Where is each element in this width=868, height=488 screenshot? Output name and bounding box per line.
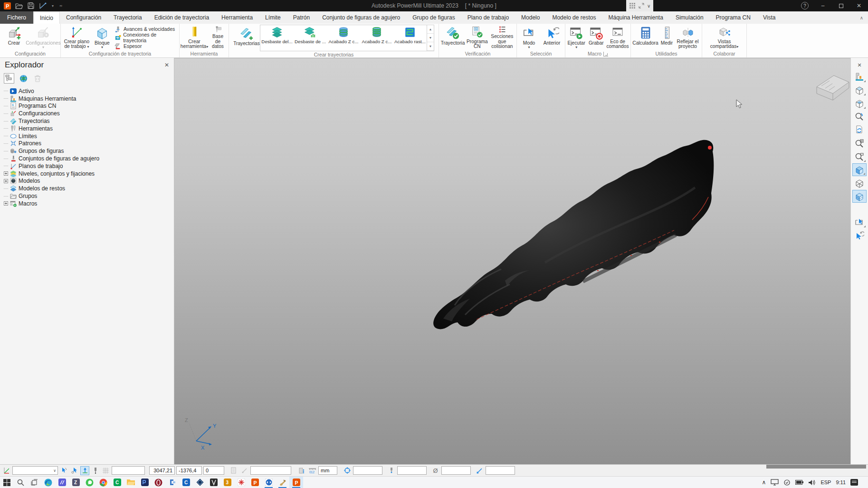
trash-icon[interactable] [32, 73, 43, 84]
tree-item-macros[interactable]: Macros [3, 200, 174, 207]
corel-icon[interactable]: C [179, 477, 193, 488]
tab-vista[interactable]: Vista [757, 11, 782, 24]
qat-customize-icon[interactable]: ≂ [58, 1, 63, 10]
edge-icon[interactable] [41, 477, 55, 488]
display-icon[interactable] [771, 479, 779, 486]
tolerance-field[interactable] [250, 466, 291, 475]
crear-plano-trabajo-button[interactable]: Crear plano de trabajo ▾ [62, 25, 92, 50]
tab-trayectoria[interactable]: Trayectoria [107, 11, 148, 24]
whatsapp-icon[interactable] [83, 477, 96, 488]
paint-tool-icon[interactable] [276, 477, 289, 488]
coord-x-field[interactable]: 3047,21 [149, 466, 175, 475]
workplane-combo[interactable]: ∨ [12, 466, 58, 475]
tree-item-herramientas[interactable]: Herramientas [3, 125, 174, 132]
ruler-digits-icon[interactable]: 012 [308, 466, 317, 475]
tool-name-field[interactable] [397, 466, 427, 475]
select-mode-button[interactable] [852, 216, 867, 228]
target-icon[interactable] [343, 466, 352, 475]
coord-z-field[interactable]: 0 [203, 466, 224, 475]
powermill-icon[interactable]: P [248, 477, 262, 488]
powermill-logo-icon[interactable]: P [3, 1, 11, 10]
strategy-acabado-raster[interactable]: Acabado rast... [393, 25, 427, 51]
language-indicator[interactable]: ESP [820, 479, 831, 485]
tree-item-activo[interactable]: Activo [3, 87, 174, 95]
tab-modelo[interactable]: Modelo [515, 11, 546, 24]
zoom-previous-button[interactable] [852, 110, 867, 123]
tab-edicion-de-trayectoria[interactable]: Edición de trayectoria [148, 11, 215, 24]
tab-simulacion[interactable]: Simulación [669, 11, 710, 24]
workplane-axis-icon[interactable] [2, 466, 11, 475]
crear-button[interactable]: Crear [1, 25, 27, 50]
block-view-button[interactable] [852, 84, 867, 96]
teamviewer-icon[interactable] [262, 477, 276, 488]
workplane-field[interactable] [353, 466, 382, 475]
medir-button[interactable]: Medir [659, 25, 675, 50]
expand-icon[interactable] [4, 201, 8, 206]
view-layout-widget[interactable]: ∨ [626, 0, 653, 11]
search-icon[interactable] [14, 477, 28, 488]
list-icon[interactable] [229, 466, 238, 475]
expand-icon[interactable] [4, 179, 8, 183]
tree-view-icon[interactable] [4, 73, 14, 84]
ejecutar-macro-button[interactable]: Ejecutar ▾ [566, 25, 586, 50]
tree-item-niveles-conjuntos-fijaciones[interactable]: Niveles, conjuntos y fijaciones [3, 170, 174, 178]
battery-icon[interactable] [795, 480, 803, 485]
zoom-window-button[interactable] [852, 150, 867, 163]
strategy-acabado-z-constante[interactable]: Acabado Z c... [327, 25, 360, 51]
tree-item-conjuntos-figuras-agujero[interactable]: Conjuntos de figuras de agujero [3, 155, 174, 162]
restore-button[interactable] [832, 0, 850, 11]
tab-modelo-de-restos[interactable]: Modelo de restos [546, 11, 602, 24]
clamp-tool-icon[interactable] [165, 477, 179, 488]
crear-herramienta-button[interactable]: Crear herramienta▾ [181, 25, 208, 50]
minimize-button[interactable]: – [814, 0, 832, 11]
save-project-icon[interactable] [27, 1, 35, 10]
tree-item-configuraciones[interactable]: Configuraciones [3, 110, 174, 117]
seleccion-anterior-button[interactable]: Anterior [540, 25, 564, 50]
grid-size-field[interactable] [112, 466, 145, 475]
tab-grupo-de-figuras[interactable]: Grupo de figuras [406, 11, 461, 24]
tool-diameter-field[interactable] [441, 466, 471, 475]
view-toolbar-close-icon[interactable]: ✕ [852, 60, 867, 70]
camtasia-icon[interactable]: C [110, 477, 124, 488]
verificar-programa-cn-button[interactable]: G Programa CN [466, 25, 489, 50]
tab-limite[interactable]: Límite [259, 11, 287, 24]
vistas-compartidas-button[interactable]: Vistas compartidas▾ [706, 25, 743, 50]
tree-item-planos-de-trabajo[interactable]: Planos de trabajo [3, 162, 174, 170]
grabar-macro-button[interactable]: Grabar [586, 25, 606, 50]
conexiones-trayectoria-button[interactable]: Conexiones de trayectoria [114, 34, 178, 41]
block-calc-icon[interactable] [297, 466, 306, 475]
ribbon-collapse-icon[interactable]: ∧ [855, 11, 868, 24]
tray-chevron-icon[interactable]: ∧ [762, 479, 766, 486]
tool-tip-icon[interactable] [387, 466, 396, 475]
bloque-button[interactable]: Bloque ▾ [92, 25, 113, 50]
task-view-icon[interactable] [28, 477, 41, 488]
calculadora-button[interactable]: Calculadora [632, 25, 659, 50]
secciones-colisionan-button[interactable]: Secciones que colisionan [489, 25, 515, 50]
start-icon[interactable] [0, 477, 14, 488]
cursor-snap-2-icon[interactable] [70, 466, 79, 475]
tab-maquina-herramienta[interactable]: Máquina Herramienta [602, 11, 669, 24]
gallery-expand-icon[interactable]: ▼ [427, 42, 434, 51]
web-icon[interactable] [18, 73, 29, 84]
red-app-icon[interactable] [152, 477, 165, 488]
3ds-icon[interactable]: 3 [220, 477, 234, 488]
grid-icon[interactable] [101, 466, 110, 475]
wireframe-view-button[interactable] [852, 177, 867, 189]
base-de-datos-button[interactable]: Base de datos [208, 25, 228, 50]
viewport-3d[interactable]: Z Y X [174, 58, 850, 464]
diamond-app-icon[interactable] [193, 477, 207, 488]
tree-item-limites[interactable]: Límites [3, 132, 174, 140]
qat-dropdown-icon[interactable]: ▾ [50, 1, 55, 10]
strategy-desbaste-modelo[interactable]: Desbaste del... [260, 25, 294, 51]
tab-programa-cn[interactable]: Programa CN [710, 11, 757, 24]
file-explorer-icon[interactable] [124, 477, 138, 488]
expand-icon[interactable] [4, 171, 8, 176]
volume-icon[interactable] [808, 479, 816, 486]
eco-comandos-button[interactable]: Eco de comandos [606, 25, 630, 50]
trayectorias-button[interactable]: Trayectorias [233, 25, 260, 51]
sync-icon[interactable] [783, 479, 791, 486]
tab-fichero[interactable]: Fichero [0, 11, 33, 24]
units-field[interactable]: mm [318, 466, 337, 475]
chrome-icon[interactable] [96, 477, 110, 488]
workplane-sketch-icon[interactable] [38, 1, 47, 10]
